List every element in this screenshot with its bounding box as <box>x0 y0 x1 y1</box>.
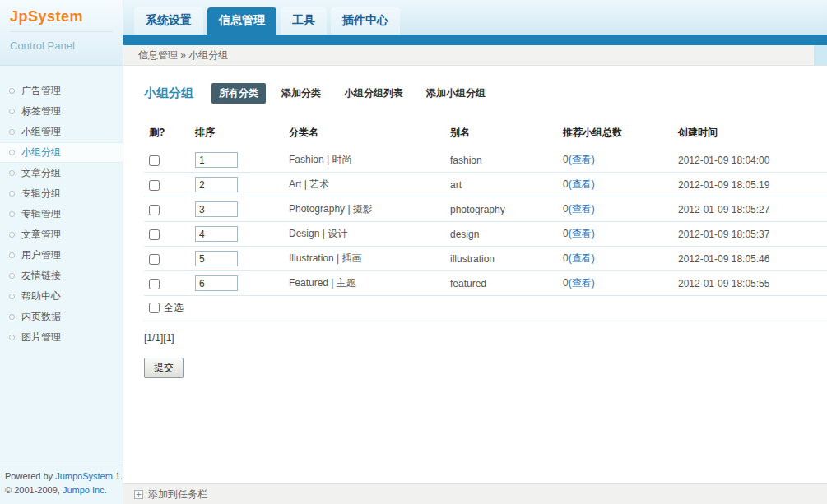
delete-cell <box>144 148 190 173</box>
view-link[interactable]: (查看) <box>569 277 595 289</box>
created-time: 2012-01-09 18:05:46 <box>673 247 827 271</box>
powered-by-text: Powered by <box>5 471 55 481</box>
sort-input[interactable] <box>195 226 238 242</box>
select-all-label[interactable]: 全选 <box>164 301 184 315</box>
bullet-icon <box>9 252 15 258</box>
group-count: 0 <box>563 277 569 289</box>
category-alias: fashion <box>445 148 558 173</box>
sidebar-item[interactable]: 图片管理 <box>0 327 123 348</box>
header-created: 创建时间 <box>673 120 827 148</box>
select-all-checkbox[interactable] <box>149 303 160 313</box>
content-tabs: 所有分类添加分类小组分组列表添加小组分组 <box>211 83 501 104</box>
copyright-line: © 2001-2009, Jumpo Inc. <box>5 483 118 497</box>
sidebar-item[interactable]: 小组分组 <box>0 142 123 163</box>
system-link[interactable]: JumpoSystem <box>55 471 113 481</box>
category-alias: art <box>445 173 558 197</box>
bullet-icon <box>9 170 15 176</box>
count-cell: 0(查看) <box>558 148 673 173</box>
sort-cell <box>190 173 284 197</box>
bullet-icon <box>9 294 15 299</box>
logo-box: JpSystem Control Panel <box>0 0 123 66</box>
sidebar-item-label: 帮助中心 <box>21 289 61 303</box>
category-name: Photography | 摄影 <box>284 197 445 222</box>
sidebar-item-label: 友情链接 <box>21 269 61 283</box>
sidebar-item[interactable]: 文章分组 <box>0 163 123 183</box>
sidebar-item[interactable]: 专辑分组 <box>0 183 123 204</box>
content-header: 小组分组 所有分类添加分类小组分组列表添加小组分组 <box>144 83 827 104</box>
sidebar-item-label: 内页数据 <box>21 310 61 324</box>
row-delete-checkbox[interactable] <box>149 254 160 265</box>
table-header-row: 删? 排序 分类名 别名 推荐小组总数 创建时间 <box>144 120 827 148</box>
table-row: Art | 艺术 art 0(查看) 2012-01-09 18:05:19 <box>144 173 827 197</box>
top-nav-tab[interactable]: 插件中心 <box>331 7 400 35</box>
created-time: 2012-01-09 18:05:27 <box>673 197 827 222</box>
view-link[interactable]: (查看) <box>569 228 595 239</box>
category-table: 删? 排序 分类名 别名 推荐小组总数 创建时间 Fashion | 时尚 fa… <box>144 120 827 296</box>
sidebar-item[interactable]: 帮助中心 <box>0 286 123 307</box>
bullet-icon <box>9 273 15 279</box>
sidebar-item[interactable]: 广告管理 <box>0 81 123 101</box>
sort-input[interactable] <box>195 152 238 168</box>
header-sort: 排序 <box>190 120 284 148</box>
taskbar[interactable]: + 添加到任务栏 <box>123 483 827 504</box>
sort-cell <box>190 247 284 271</box>
table-header: 删? 排序 分类名 别名 推荐小组总数 创建时间 <box>144 120 827 148</box>
sidebar-item[interactable]: 专辑管理 <box>0 204 123 224</box>
bullet-icon <box>9 150 15 155</box>
sidebar-menu: 广告管理 标签管理 小组管理 小组分组 文章分组 专辑分组 专辑管理 文章管理 … <box>0 66 123 465</box>
sort-input[interactable] <box>195 251 238 266</box>
sidebar-item-label: 小组分组 <box>21 146 61 160</box>
sidebar-item-label: 文章管理 <box>21 228 61 242</box>
main-column: 系统设置信息管理工具插件中心 信息管理 » 小组分组 小组分组 所有分类添加分类… <box>123 0 827 504</box>
delete-cell <box>144 271 190 296</box>
sort-cell <box>190 271 284 296</box>
delete-cell <box>144 197 190 222</box>
created-time: 2012-01-09 18:05:19 <box>673 173 827 197</box>
add-icon: + <box>134 490 143 499</box>
content-tab[interactable]: 添加小组分组 <box>419 83 493 104</box>
sidebar-item-label: 标签管理 <box>21 104 61 118</box>
row-delete-checkbox[interactable] <box>149 180 160 191</box>
table-body: Fashion | 时尚 fashion 0(查看) 2012-01-09 18… <box>144 148 827 296</box>
content-tab[interactable]: 所有分类 <box>211 83 266 104</box>
sort-input[interactable] <box>195 275 238 291</box>
created-time: 2012-01-09 18:05:37 <box>673 222 827 247</box>
breadcrumb: 信息管理 » 小组分组 <box>123 45 827 66</box>
sidebar-item[interactable]: 友情链接 <box>0 266 123 286</box>
top-nav: 系统设置信息管理工具插件中心 <box>123 0 827 35</box>
row-delete-checkbox[interactable] <box>149 229 160 240</box>
category-alias: featured <box>445 271 558 296</box>
view-link[interactable]: (查看) <box>569 178 595 190</box>
view-link[interactable]: (查看) <box>569 203 595 215</box>
bullet-icon <box>9 211 15 217</box>
top-nav-tab[interactable]: 系统设置 <box>134 7 203 35</box>
row-delete-checkbox[interactable] <box>149 279 160 289</box>
row-delete-checkbox[interactable] <box>149 205 160 215</box>
submit-button[interactable]: 提交 <box>144 358 184 378</box>
sidebar-item-label: 文章分组 <box>21 166 61 180</box>
category-name: Art | 艺术 <box>284 173 445 197</box>
table-row: Featured | 主题 featured 0(查看) 2012-01-09 … <box>144 271 827 296</box>
sidebar-item[interactable]: 小组管理 <box>0 122 123 142</box>
header-name: 分类名 <box>284 120 445 148</box>
created-time: 2012-01-09 18:05:55 <box>673 271 827 296</box>
sidebar-item[interactable]: 文章管理 <box>0 224 123 245</box>
sidebar-item[interactable]: 内页数据 <box>0 307 123 327</box>
sort-input[interactable] <box>195 201 238 217</box>
page-link[interactable]: [1] <box>163 332 174 344</box>
view-link[interactable]: (查看) <box>569 154 595 165</box>
sidebar-item[interactable]: 用户管理 <box>0 245 123 266</box>
top-nav-tab[interactable]: 信息管理 <box>207 7 276 35</box>
group-count: 0 <box>563 228 569 239</box>
sort-input[interactable] <box>195 177 238 192</box>
top-nav-tab[interactable]: 工具 <box>281 7 327 35</box>
company-link[interactable]: Jumpo Inc. <box>63 485 107 495</box>
view-link[interactable]: (查看) <box>569 252 595 264</box>
sidebar-item[interactable]: 标签管理 <box>0 101 123 122</box>
content-tab[interactable]: 添加分类 <box>274 83 328 104</box>
bullet-icon <box>9 191 15 197</box>
row-delete-checkbox[interactable] <box>149 155 160 166</box>
content-tab[interactable]: 小组分组列表 <box>337 83 411 104</box>
breadcrumb-text: 信息管理 » 小组分组 <box>138 49 228 62</box>
count-cell: 0(查看) <box>558 197 673 222</box>
